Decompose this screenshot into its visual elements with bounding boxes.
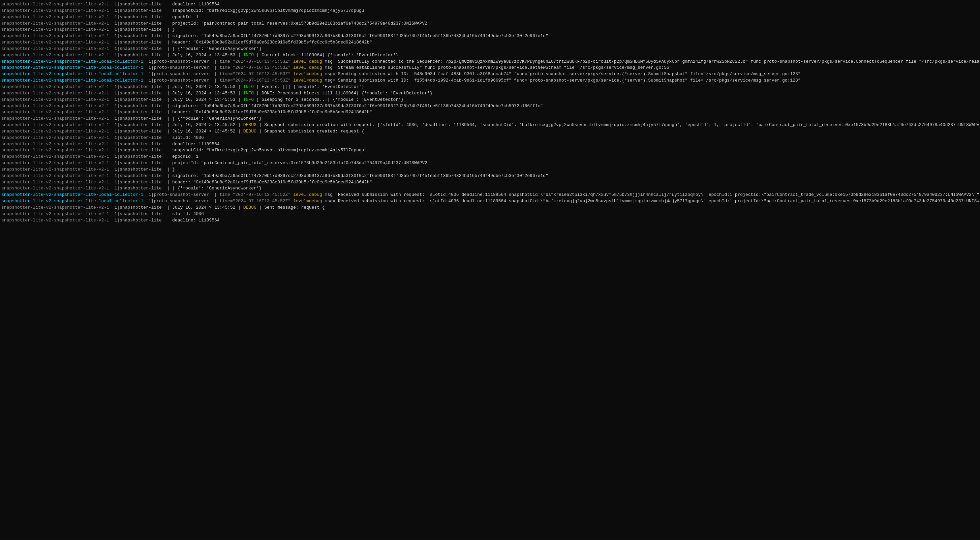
service-name: snapshotter-lite-v2-snapshotter-lite-v2-…: [2, 84, 109, 89]
log-content: | header: "0x149c88c8e92a01def9d78a0e623…: [162, 40, 372, 45]
log-content: epochId: 1: [162, 14, 199, 19]
log-source: 1|proto-snapshot-server: [149, 72, 209, 76]
log-line: snapshotter-lite-v2-snapshotter-lite-v2-…: [0, 116, 980, 122]
log-source: 1|proto-snapshot-server: [149, 65, 209, 70]
log-content: | July 16, 2024 > 13:45:53 | INFO | Slee…: [162, 97, 404, 102]
log-line: snapshotter-lite-v2-snapshotter-lite-loc…: [0, 65, 980, 71]
log-line: snapshotter-lite-v2-snapshotter-lite-v2-…: [0, 128, 980, 135]
log-source: 1|snapshotter-lite: [114, 21, 161, 26]
log-source: 1|snapshotter-lite: [114, 129, 161, 134]
log-content: | }: [162, 167, 175, 172]
log-content: projectId: "pairContract_pair_total_rese…: [162, 21, 430, 26]
log-line: snapshotter-lite-v2-snapshotter-lite-v2-…: [0, 154, 980, 160]
log-content: | July 16, 2024 > 13:45:52 | DEBUG | Sna…: [162, 129, 364, 134]
service-name: snapshotter-lite-v2-snapshotter-lite-v2-…: [2, 2, 109, 7]
log-line: snapshotter-lite-v2-snapshotter-lite-v2-…: [0, 205, 980, 211]
log-line: snapshotter-lite-v2-snapshotter-lite-v2-…: [0, 179, 980, 186]
log-content: | header: "0x149c88c8e92a01def9d78a0e623…: [162, 180, 372, 185]
log-source: 1|snapshotter-lite: [114, 84, 161, 89]
log-content: snapshotCid: "bafkreicxgjg2vpj2wn5suvpsi…: [162, 8, 367, 13]
log-line: snapshotter-lite-v2-snapshotter-lite-v2-…: [0, 167, 980, 173]
service-name: snapshotter-lite-v2-snapshotter-lite-v2-…: [2, 14, 109, 19]
log-source: 1|snapshotter-lite: [114, 91, 161, 96]
log-content: | time="2024-07-16T13:45:53Z" level=debu…: [209, 65, 671, 70]
service-name: snapshotter-lite-v2-snapshotter-lite-v2-…: [2, 180, 109, 185]
service-name: snapshotter-lite-v2-snapshotter-lite-v2-…: [2, 173, 109, 178]
log-source: 1|snapshotter-lite: [114, 180, 161, 185]
log-source: 1|snapshotter-lite: [114, 167, 161, 172]
log-content: | signature: "1b549a8ba7a9ad0fb1f47870b1…: [162, 104, 543, 108]
log-source: 1|snapshotter-lite: [114, 186, 161, 191]
service-name: snapshotter-lite-v2-snapshotter-lite-v2-…: [2, 135, 109, 140]
log-line: snapshotter-lite-v2-snapshotter-lite-v2-…: [0, 52, 980, 59]
log-line: snapshotter-lite-v2-snapshotter-lite-v2-…: [0, 185, 980, 192]
service-name: snapshotter-lite-v2-snapshotter-lite-v2-…: [2, 142, 109, 147]
service-name: snapshotter-lite-v2-snapshotter-lite-loc…: [2, 199, 143, 204]
log-source: 1|snapshotter-lite: [114, 154, 161, 159]
log-line: snapshotter-lite-v2-snapshotter-lite-v2-…: [0, 122, 980, 128]
log-content: | July 16, 2024 > 13:45:52 | DEBUG | Sna…: [162, 123, 980, 127]
log-content: | signature: "1b549a8ba7a9ad0fb1f47870b1…: [162, 33, 548, 38]
service-name: snapshotter-lite-v2-snapshotter-lite-v2-…: [2, 104, 109, 108]
log-source: 1|snapshotter-lite: [114, 53, 161, 57]
log-source: 1|snapshotter-lite: [114, 97, 161, 102]
service-name: snapshotter-lite-v2-snapshotter-lite-v2-…: [2, 110, 109, 115]
log-content: | July 16, 2024 > 13:45:53 | INFO | DONE…: [162, 91, 433, 96]
log-content: | time="2024-07-16T13:45:52Z" level=debu…: [209, 192, 980, 197]
log-content: | | {'module': 'GenericAsyncWorker'}: [162, 116, 261, 121]
log-line: snapshotter-lite-v2-snapshotter-lite-v2-…: [0, 27, 980, 33]
log-source: 1|snapshotter-lite: [114, 40, 161, 45]
log-line: snapshotter-lite-v2-snapshotter-lite-v2-…: [0, 109, 980, 116]
service-name: snapshotter-lite-v2-snapshotter-lite-v2-…: [2, 8, 109, 13]
log-source: 1|snapshotter-lite: [114, 123, 161, 127]
log-content: slotId: 4036: [162, 211, 204, 217]
log-line: snapshotter-lite-v2-snapshotter-lite-loc…: [0, 71, 980, 78]
log-source: 1|snapshotter-lite: [114, 161, 161, 166]
log-line: snapshotter-lite-v2-snapshotter-lite-v2-…: [0, 33, 980, 40]
service-name: snapshotter-lite-v2-snapshotter-lite-v2-…: [2, 186, 109, 191]
service-name: snapshotter-lite-v2-snapshotter-lite-v2-…: [2, 218, 109, 223]
log-line: snapshotter-lite-v2-snapshotter-lite-loc…: [0, 192, 980, 198]
log-source: 1|snapshotter-lite: [114, 2, 161, 7]
log-line: snapshotter-lite-v2-snapshotter-lite-v2-…: [0, 211, 980, 217]
log-line: snapshotter-lite-v2-snapshotter-lite-v2-…: [0, 135, 980, 141]
service-name: snapshotter-lite-v2-snapshotter-lite-v2-…: [2, 40, 109, 45]
service-name: snapshotter-lite-v2-snapshotter-lite-v2-…: [2, 33, 109, 38]
service-name: snapshotter-lite-v2-snapshotter-lite-loc…: [2, 78, 143, 83]
log-source: 1|snapshotter-lite: [114, 104, 161, 108]
service-name: snapshotter-lite-v2-snapshotter-lite-loc…: [2, 65, 143, 70]
log-source: 1|proto-snapshot-server: [149, 59, 209, 64]
log-source: 1|snapshotter-lite: [114, 211, 161, 217]
log-line: snapshotter-lite-v2-snapshotter-lite-loc…: [0, 59, 980, 65]
service-name: snapshotter-lite-v2-snapshotter-lite-loc…: [2, 59, 143, 64]
log-content: snapshotCid: "bafkreicxgjg2vpj2wn5suvpsi…: [162, 148, 367, 153]
log-source: 1|snapshotter-lite: [114, 8, 161, 13]
service-name: snapshotter-lite-v2-snapshotter-lite-v2-…: [2, 154, 109, 159]
log-source: 1|proto-snapshot-server: [149, 78, 209, 83]
log-line: snapshotter-lite-v2-snapshotter-lite-v2-…: [0, 40, 980, 46]
service-name: snapshotter-lite-v2-snapshotter-lite-v2-…: [2, 91, 109, 96]
log-content: slotId: 4036: [162, 135, 204, 140]
log-source: 1|snapshotter-lite: [114, 46, 161, 51]
log-content: | }: [162, 27, 175, 32]
log-line: snapshotter-lite-v2-snapshotter-lite-v2-…: [0, 141, 980, 148]
log-content: | | {'module': 'GenericAsyncWorker'}: [162, 46, 261, 51]
service-name: snapshotter-lite-v2-snapshotter-lite-v2-…: [2, 21, 109, 26]
log-content: deadline: 11189564: [162, 218, 220, 223]
log-source: 1|snapshotter-lite: [114, 218, 161, 223]
service-name: snapshotter-lite-v2-snapshotter-lite-v2-…: [2, 161, 109, 166]
service-name: snapshotter-lite-v2-snapshotter-lite-v2-…: [2, 148, 109, 153]
log-content: | header: "0x149c88c8e92a01def9d78a0e623…: [162, 110, 372, 115]
log-source: 1|snapshotter-lite: [114, 142, 161, 147]
log-content: | time="2024-07-16T13:45:53Z" level=debu…: [209, 78, 800, 83]
log-content: | signature: "1b549a8ba7a9ad0fb1f47870b1…: [162, 173, 548, 178]
service-name: snapshotter-lite-v2-snapshotter-lite-v2-…: [2, 211, 109, 217]
log-content: | July 16, 2024 > 13:45:53 | INFO | Curr…: [162, 53, 398, 57]
log-source: 1|snapshotter-lite: [114, 33, 161, 38]
log-source: 1|proto-snapshot-server: [149, 199, 209, 204]
log-source: 1|snapshotter-lite: [114, 173, 161, 178]
log-content: | July 16, 2024 > 13:45:53 | INFO | Even…: [162, 84, 364, 89]
service-name: snapshotter-lite-v2-snapshotter-lite-v2-…: [2, 53, 109, 57]
service-name: snapshotter-lite-v2-snapshotter-lite-v2-…: [2, 116, 109, 121]
service-name: snapshotter-lite-v2-snapshotter-lite-v2-…: [2, 205, 109, 210]
